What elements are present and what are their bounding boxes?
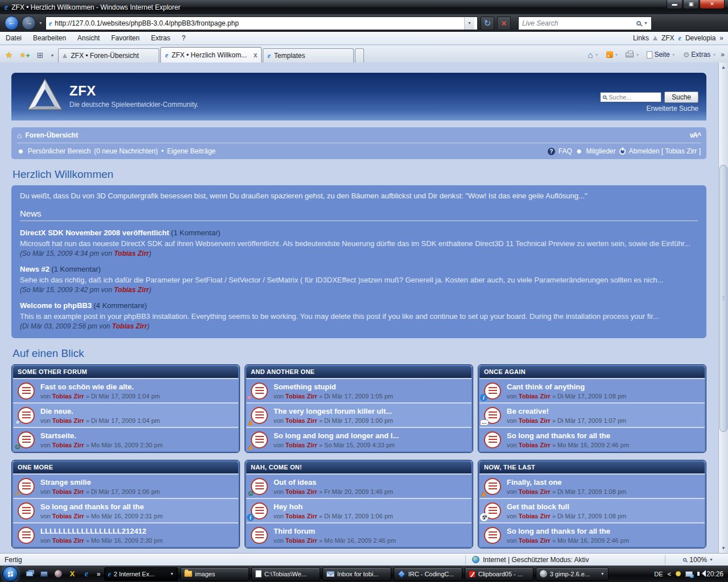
author-link[interactable]: Tobias Zirr xyxy=(519,537,551,544)
author-link[interactable]: Tobias Zirr xyxy=(286,488,317,495)
remote-desktop-icon[interactable] xyxy=(39,569,48,579)
tab-foren-uebersicht[interactable]: ZFX • Foren-Übersicht xyxy=(58,48,159,63)
tab-templates[interactable]: e Templates xyxy=(263,48,354,63)
new-messages-count[interactable]: (0 neue Nachrichten) xyxy=(94,147,158,155)
author-link[interactable]: Tobias Zirr xyxy=(286,513,317,519)
menu-ansicht[interactable]: Ansicht xyxy=(72,32,105,44)
author-link[interactable]: Tobias Zirr xyxy=(519,417,551,424)
tools-menu-button[interactable]: ⚙Extras▼ xyxy=(680,49,719,60)
taskbar-button-mail[interactable]: Inbox for tobi... xyxy=(322,567,391,581)
author-link[interactable]: Tobias Zirr xyxy=(52,537,84,544)
forum-box-header[interactable]: SOME OTHER FORUM xyxy=(13,366,238,378)
tray-overflow-chevron[interactable]: < xyxy=(668,571,671,577)
menu-bearbeiten[interactable]: Bearbeiten xyxy=(27,32,72,44)
maximize-button[interactable]: ▣ xyxy=(683,0,699,9)
zoom-dropdown[interactable]: ▼ xyxy=(709,558,713,562)
scrollbar-thumb[interactable] xyxy=(719,165,727,432)
forward-button[interactable]: → xyxy=(22,16,36,30)
feeds-button[interactable]: ▼ xyxy=(603,50,622,59)
address-dropdown[interactable]: ▼ xyxy=(464,17,474,30)
live-search-box[interactable]: ▼ xyxy=(518,16,652,30)
close-button[interactable]: ✕ xyxy=(700,0,725,9)
topic-link[interactable]: Out of ideas xyxy=(274,478,393,487)
author-link[interactable]: Tobias Zirr xyxy=(286,442,317,448)
topic-link[interactable]: Third forum xyxy=(274,527,396,535)
taskbar-button-notepad[interactable]: C:\Tobias\We... xyxy=(251,567,320,581)
author-link[interactable]: Tobias Zirr xyxy=(286,417,317,424)
forum-box-header[interactable]: NOW, THE LAST xyxy=(479,462,705,473)
links-zfx[interactable]: ZFX xyxy=(661,34,675,42)
author-link[interactable]: Tobias Zirr xyxy=(112,322,147,330)
tab-herzlich-willkommen[interactable]: e ZFX • Herzlich Willkom... x xyxy=(160,47,262,63)
window-titlebar[interactable]: e ZFX • Herzlich Willkommen - Windows In… xyxy=(0,0,728,14)
start-button[interactable] xyxy=(2,566,18,582)
favorites-star-icon[interactable]: ★ xyxy=(2,48,15,63)
personal-area-link[interactable]: Persönlicher Bereich xyxy=(28,147,91,155)
add-favorite-button[interactable]: ★+ xyxy=(16,48,32,63)
zfx-logo[interactable] xyxy=(27,78,63,111)
forum-box-header[interactable]: ONCE AGAIN xyxy=(479,366,705,378)
scroll-up-arrow[interactable]: ▲ xyxy=(719,63,728,72)
logout-link[interactable]: Abmelden [ Tobias Zirr ] xyxy=(629,147,701,155)
stop-button[interactable]: × xyxy=(497,16,511,30)
forum-box-header[interactable]: NAH, COME ON! xyxy=(246,462,471,473)
advanced-search-link[interactable]: Erweiterte Suche xyxy=(647,105,698,113)
back-button[interactable]: ← xyxy=(5,16,19,30)
taskbar-button-internet-explorer[interactable]: e 2 Internet Ex...▼ xyxy=(104,567,178,581)
topic-link[interactable]: So long and thanks for all the xyxy=(507,431,629,440)
links-overflow-chevron[interactable]: » xyxy=(719,34,723,42)
topic-link[interactable]: Hey hoh xyxy=(274,502,393,511)
topic-link[interactable]: Something stupid xyxy=(274,383,393,391)
x-app-icon[interactable]: X xyxy=(68,569,77,579)
topic-link[interactable]: Finally, last one xyxy=(507,478,626,487)
forum-search-input[interactable] xyxy=(609,94,659,101)
new-tab-stub[interactable] xyxy=(355,48,364,63)
author-link[interactable]: Tobias Zirr xyxy=(52,442,84,448)
topic-link[interactable]: Get that block full xyxy=(507,502,626,511)
topic-link[interactable]: Die neue. xyxy=(40,407,160,415)
menu-favoriten[interactable]: Favoriten xyxy=(105,32,145,44)
page-menu-button[interactable]: Seite▼ xyxy=(644,49,678,60)
clock[interactable]: 20:26 xyxy=(706,570,723,578)
taskbar-button-gimp[interactable]: 3 gimp-2.6.e...▼ xyxy=(536,567,609,581)
topic-link[interactable]: LLLLLLLLLLLLLLLLLL212412 xyxy=(40,527,163,535)
menu-hilfe[interactable]: ? xyxy=(176,32,191,44)
links-developia[interactable]: Developia xyxy=(685,34,715,42)
search-submit-button[interactable]: Suche xyxy=(664,92,698,103)
taskbar-button-images[interactable]: images xyxy=(180,567,249,581)
forum-box-header[interactable]: AND ANOTHER ONE xyxy=(246,366,471,378)
network-icon[interactable] xyxy=(685,571,693,577)
url-text[interactable]: http://127.0.0.1/websites/phpBB-3.0.4/ph… xyxy=(55,19,461,27)
topic-link[interactable]: Fast so schön wie die alte. xyxy=(40,383,160,391)
members-link[interactable]: Mitglieder xyxy=(586,147,615,155)
zoom-control[interactable]: 100% ▼ xyxy=(682,556,713,564)
news-title-link[interactable]: DirectX SDK November 2008 veröffentlicht xyxy=(20,228,169,237)
topic-link[interactable]: So long and thanks for all the xyxy=(40,502,163,511)
author-link[interactable]: Tobias Zirr xyxy=(114,250,149,257)
faq-link[interactable]: FAQ xyxy=(559,147,572,155)
quick-tabs-icon[interactable]: ⊞ xyxy=(34,48,47,63)
home-button[interactable]: ⌂▼ xyxy=(585,49,602,61)
forum-search-box[interactable] xyxy=(600,92,661,102)
author-link[interactable]: Tobias Zirr xyxy=(286,537,317,544)
topic-link[interactable]: Cant think of anything xyxy=(507,383,626,391)
keyboard-language[interactable]: DE xyxy=(654,571,663,577)
zoom-level[interactable]: 100% xyxy=(689,556,707,564)
author-link[interactable]: Tobias Zirr xyxy=(52,513,84,519)
author-link[interactable]: Tobias Zirr xyxy=(519,442,551,448)
show-desktop-icon[interactable] xyxy=(25,569,34,579)
live-search-input[interactable] xyxy=(522,19,634,27)
forum-box-header[interactable]: ONE MORE xyxy=(13,462,238,473)
topic-link[interactable]: So long and long and longer and l... xyxy=(274,431,399,440)
speaker-icon[interactable] xyxy=(697,572,700,576)
tab-list-dropdown[interactable]: ▼ xyxy=(48,48,57,63)
refresh-button[interactable]: ↻ xyxy=(481,16,494,30)
author-link[interactable]: Tobias Zirr xyxy=(52,393,84,400)
taskbar-button-clipboard[interactable]: Clipboard05 - ... xyxy=(465,567,533,581)
taskbar-button-irc[interactable]: IRC - CodingC... xyxy=(394,567,462,581)
tab-close-icon[interactable]: x xyxy=(254,51,258,59)
topic-link[interactable]: Startseite. xyxy=(40,431,163,440)
author-link[interactable]: Tobias Zirr xyxy=(52,417,84,424)
author-link[interactable]: Tobias Zirr xyxy=(519,393,551,400)
news-title-link[interactable]: Welcome to phpBB3 xyxy=(20,301,92,310)
